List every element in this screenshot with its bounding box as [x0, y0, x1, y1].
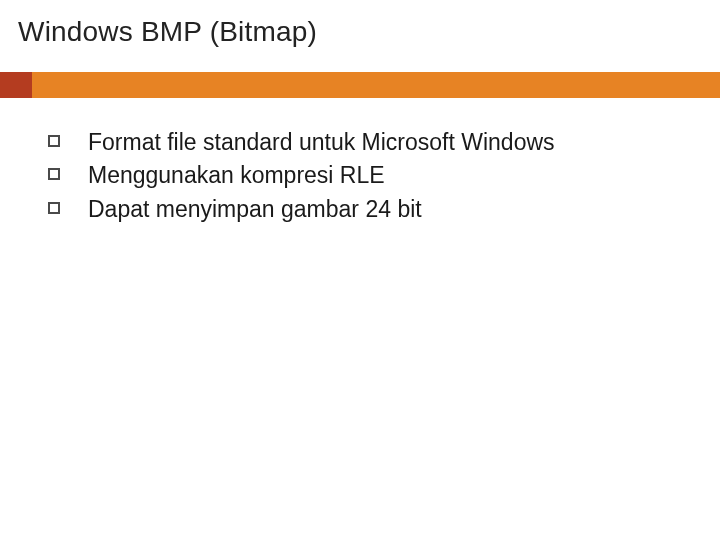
list-item: Menggunakan kompresi RLE — [48, 161, 680, 190]
list-item: Format file standard untuk Microsoft Win… — [48, 128, 680, 157]
content-area: Format file standard untuk Microsoft Win… — [48, 128, 680, 228]
bullet-text: Dapat menyimpan gambar 24 bit — [88, 195, 422, 224]
slide: Windows BMP (Bitmap) Format file standar… — [0, 0, 720, 540]
bullet-text: Menggunakan kompresi RLE — [88, 161, 385, 190]
square-bullet-icon — [48, 135, 60, 147]
slide-title: Windows BMP (Bitmap) — [18, 16, 720, 48]
title-area: Windows BMP (Bitmap) — [0, 0, 720, 48]
list-item: Dapat menyimpan gambar 24 bit — [48, 195, 680, 224]
square-bullet-icon — [48, 168, 60, 180]
accent-bar — [0, 72, 720, 98]
square-bullet-icon — [48, 202, 60, 214]
bullet-text: Format file standard untuk Microsoft Win… — [88, 128, 555, 157]
accent-bar-prefix — [0, 72, 32, 98]
